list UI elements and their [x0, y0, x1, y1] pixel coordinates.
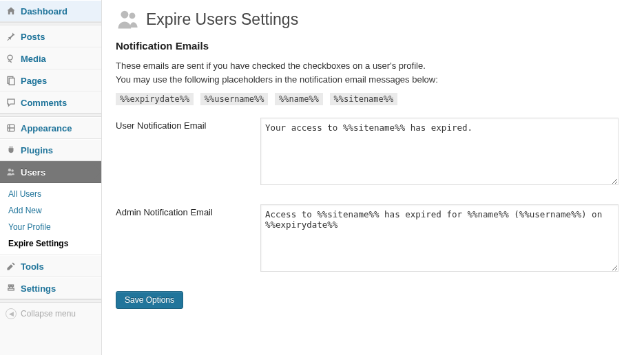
- sidebar-item-label: Media: [21, 54, 46, 64]
- description-line-1: These emails are sent if you have checke…: [116, 60, 630, 72]
- field-admin-notification: Admin Notification Email: [116, 204, 630, 272]
- pin-icon: [6, 31, 17, 42]
- media-icon: [6, 53, 17, 64]
- comment-icon: [6, 97, 17, 108]
- sidebar-item-label: Tools: [21, 261, 44, 272]
- sidebar-item-posts[interactable]: Posts: [0, 25, 101, 47]
- submenu-label: Your Profile: [8, 222, 51, 232]
- user-notification-email-input[interactable]: [260, 118, 619, 185]
- main-content: Expire Users Settings Notification Email…: [102, 0, 644, 355]
- collapse-icon: ◀: [6, 308, 17, 319]
- svg-point-0: [8, 55, 12, 60]
- page-title: Expire Users Settings: [146, 10, 298, 29]
- save-button[interactable]: Save Options: [116, 291, 183, 309]
- admin-notification-email-input[interactable]: [260, 204, 619, 272]
- section-heading: Notification Emails: [116, 40, 630, 52]
- sidebar-item-comments[interactable]: Comments: [0, 92, 101, 114]
- sidebar-item-label: Posts: [21, 32, 45, 42]
- sidebar-item-dashboard[interactable]: Dashboard: [0, 0, 101, 22]
- users-icon: [116, 7, 141, 32]
- sidebar-item-settings[interactable]: Settings: [0, 277, 101, 299]
- placeholder-list: %%expirydate%% %%username%% %%name%% %%s…: [116, 93, 630, 105]
- sidebar-item-label: Users: [21, 167, 45, 178]
- tools-icon: [6, 261, 17, 272]
- submenu-label: Add New: [8, 206, 42, 215]
- description-line-2: You may use the following placeholders i…: [116, 74, 630, 86]
- placeholder-token: %%username%%: [200, 93, 269, 105]
- svg-point-5: [11, 169, 14, 172]
- page-icon: [6, 75, 17, 86]
- svg-rect-2: [9, 78, 14, 85]
- svg-point-4: [8, 169, 11, 171]
- sidebar-item-users[interactable]: Users: [0, 161, 101, 183]
- svg-point-9: [129, 12, 136, 19]
- sidebar-item-label: Comments: [21, 98, 67, 108]
- submenu-label: Expire Settings: [8, 239, 68, 248]
- users-icon: [6, 166, 17, 178]
- admin-sidebar: Dashboard Posts Media Pages Comments App…: [0, 0, 102, 355]
- svg-point-8: [121, 11, 128, 19]
- appearance-icon: [6, 122, 17, 133]
- svg-rect-6: [9, 285, 11, 286]
- sidebar-item-label: Pages: [21, 76, 47, 86]
- submenu-item-expire-settings[interactable]: Expire Settings: [0, 235, 101, 252]
- sidebar-item-label: Settings: [21, 283, 56, 294]
- plugin-icon: [6, 144, 17, 155]
- field-label: Admin Notification Email: [116, 204, 260, 272]
- submenu-item-your-profile[interactable]: Your Profile: [0, 219, 101, 235]
- collapse-menu[interactable]: ◀ Collapse menu: [0, 303, 101, 325]
- sidebar-item-label: Dashboard: [21, 6, 67, 17]
- placeholder-token: %%name%%: [275, 93, 323, 105]
- sidebar-item-appearance[interactable]: Appearance: [0, 117, 101, 139]
- sidebar-item-label: Plugins: [21, 145, 53, 155]
- placeholder-token: %%sitename%%: [330, 93, 398, 105]
- field-label: User Notification Email: [116, 118, 260, 185]
- submenu-item-add-new[interactable]: Add New: [0, 202, 101, 219]
- submenu-label: All Users: [8, 189, 41, 199]
- sidebar-item-plugins[interactable]: Plugins: [0, 139, 101, 161]
- settings-icon: [6, 283, 17, 294]
- placeholder-token: %%expirydate%%: [116, 93, 194, 105]
- sidebar-item-label: Appearance: [21, 123, 72, 133]
- sidebar-item-pages[interactable]: Pages: [0, 69, 101, 92]
- svg-rect-7: [12, 285, 14, 286]
- users-submenu: All Users Add New Your Profile Expire Se…: [0, 183, 101, 255]
- field-user-notification: User Notification Email: [116, 118, 630, 185]
- collapse-label: Collapse menu: [21, 309, 76, 319]
- page-header: Expire Users Settings: [116, 7, 630, 32]
- home-icon: [6, 6, 17, 17]
- sidebar-item-media[interactable]: Media: [0, 47, 101, 69]
- submenu-item-all-users[interactable]: All Users: [0, 186, 101, 202]
- sidebar-item-tools[interactable]: Tools: [0, 255, 101, 277]
